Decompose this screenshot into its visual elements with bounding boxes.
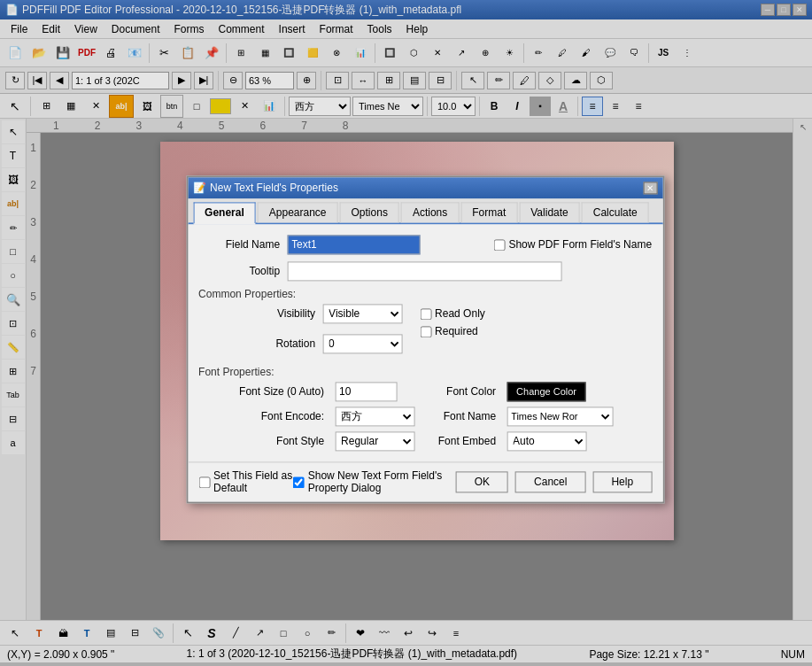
field-name-input[interactable] [287,235,420,254]
rotation-select[interactable]: 0 90 180 270 [322,334,402,353]
font-embed-label: Font Embed [432,435,503,447]
font-name-row: Font Name Times New Ror [432,407,613,426]
font-name-select[interactable]: Times New Ror [507,407,613,426]
visibility-label: Visibility [216,307,322,320]
tooltip-row: Tooltip [198,261,652,281]
font-style-row: Font Style Regular Bold Italic [216,431,414,451]
show-pdf-fieldname-label: Show PDF Form Field's Name [508,238,652,251]
set-default-row: Set This Field as Default [198,469,293,494]
show-property-checkbox[interactable] [293,476,305,488]
dialog-icon: 📝 [193,182,206,194]
set-default-checkbox[interactable] [198,476,210,488]
read-only-row: Read Only [420,307,485,320]
font-size-row: Font Size (0 Auto) [216,382,414,401]
rotation-row: Rotation 0 90 180 270 [216,334,402,353]
dialog-title: New Text Field's Properties [210,182,338,194]
field-name-row: Field Name Show PDF Form Field's Name [198,235,652,254]
tab-general[interactable]: General [193,202,256,224]
footer-buttons: OK Cancel Help [456,471,652,492]
required-label: Required [435,325,478,337]
dialog-footer: Set This Field as Default Show New Text … [188,461,662,501]
font-color-label: Font Color [432,385,503,398]
tab-calculate[interactable]: Calculate [582,202,649,222]
tab-validate[interactable]: Validate [519,202,579,222]
rotation-label: Rotation [216,337,322,350]
visibility-row: Visibility Visible Hidden [216,304,402,323]
visibility-select[interactable]: Visible Hidden [322,304,402,323]
dialog-body: Field Name Show PDF Form Field's Name To… [188,224,662,461]
common-props-section: Common Properties: Visibility Visible Hi… [198,288,652,359]
tooltip-input[interactable] [287,261,561,281]
required-row: Required [420,325,485,337]
common-props-header: Common Properties: [198,288,652,300]
tab-actions[interactable]: Actions [401,202,459,222]
font-encode-select[interactable]: 西方 [335,407,414,426]
font-size-input[interactable] [335,382,397,401]
font-encode-label: Font Encode: [216,410,331,422]
tab-appearance[interactable]: Appearance [258,202,338,222]
read-only-checkbox[interactable] [420,308,431,320]
show-property-label: Show New Text Form Field's Property Dial… [308,469,456,494]
show-pdf-fieldname-checkbox[interactable] [493,239,505,251]
properties-dialog: 📝 New Text Field's Properties ✕ General … [186,175,664,503]
tab-options[interactable]: Options [340,202,399,222]
font-color-row: Font Color Change Color [432,382,613,401]
set-default-label: Set This Field as Default [213,469,293,494]
cancel-button[interactable]: Cancel [515,471,585,492]
tab-bar: General Appearance Options Actions Forma… [188,198,662,224]
font-style-select[interactable]: Regular Bold Italic [335,431,414,451]
font-name-label: Font Name [432,410,503,422]
tooltip-label: Tooltip [198,265,287,277]
tab-format[interactable]: Format [460,202,517,222]
font-encode-row: Font Encode: 西方 [216,407,414,426]
font-embed-row: Font Embed Auto Embed [432,431,613,451]
ok-button[interactable]: OK [456,471,508,492]
change-color-button[interactable]: Change Color [507,382,586,401]
font-size-label: Font Size (0 Auto) [216,385,331,398]
font-props-section: Font Properties: Font Size (0 Auto) Font… [198,366,652,451]
dialog-close-button[interactable]: ✕ [643,182,657,194]
read-only-label: Read Only [435,307,485,320]
required-checkbox[interactable] [420,326,431,337]
font-embed-select[interactable]: Auto Embed [507,431,586,451]
font-props-header: Font Properties: [198,366,652,378]
footer-left: Set This Field as Default [198,469,293,494]
dialog-title-bar: 📝 New Text Field's Properties ✕ [188,177,662,198]
help-button[interactable]: Help [592,471,652,492]
font-style-label: Font Style [216,435,331,447]
field-name-label: Field Name [198,238,287,251]
